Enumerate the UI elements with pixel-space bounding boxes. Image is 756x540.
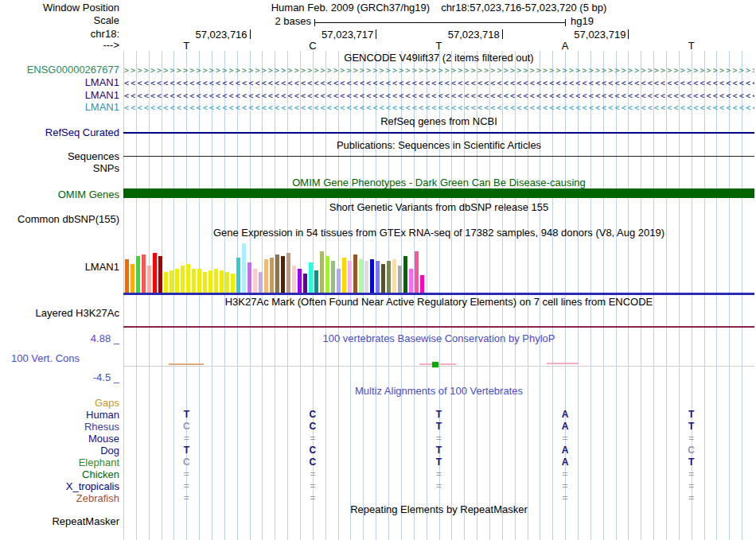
species-label[interactable]: Human xyxy=(0,410,119,420)
gtex-tissue-bar[interactable] xyxy=(225,272,229,293)
gtex-tissue-bar[interactable] xyxy=(142,254,146,293)
sequences-label[interactable]: Sequences xyxy=(0,151,119,161)
gtex-tissue-bar[interactable] xyxy=(381,264,385,293)
gtex-tissue-bar[interactable] xyxy=(164,272,168,293)
strand-direction-label: ---> xyxy=(0,40,119,50)
omim-title: OMIM Gene Phenotypes - Dark Green Can Be… xyxy=(123,177,754,188)
gene-label[interactable]: LMAN1 xyxy=(0,102,119,112)
gtex-tissue-bar[interactable] xyxy=(281,256,285,293)
gene-label[interactable]: LMAN1 xyxy=(0,77,119,87)
alignment-base: = xyxy=(688,481,694,491)
sequences-item-line[interactable] xyxy=(123,156,754,157)
gene-label[interactable]: LMAN1 xyxy=(0,90,119,100)
gtex-tissue-bar[interactable] xyxy=(197,269,201,293)
gtex-tissue-bar[interactable] xyxy=(348,261,352,293)
alignment-base: = xyxy=(310,493,315,503)
gtex-tissue-bar[interactable] xyxy=(403,256,407,293)
gtex-tissue-bar[interactable] xyxy=(286,253,290,293)
repeatmasker-label[interactable]: RepeatMasker xyxy=(0,516,119,526)
h3k27ac-signal-line[interactable] xyxy=(123,326,754,328)
gtex-tissue-bar[interactable] xyxy=(320,251,324,293)
gtex-tissue-bar[interactable] xyxy=(398,266,402,293)
gtex-tissue-bar[interactable] xyxy=(420,275,424,293)
gtex-tissue-bar[interactable] xyxy=(259,272,263,293)
omim-gene-bar[interactable] xyxy=(123,188,754,198)
gtex-tissue-bar[interactable] xyxy=(247,262,251,293)
gene-label[interactable]: ENSG00000267677 xyxy=(0,64,119,75)
snps-label[interactable]: SNPs xyxy=(0,163,119,173)
gtex-tissue-bar[interactable] xyxy=(131,264,134,293)
gtex-tissue-bar[interactable] xyxy=(353,254,357,293)
gene-strand-arrows[interactable]: >>>>>>>>>>>>>>>>>>>>>>>>>>>>>>>>>>>>>>>>… xyxy=(124,64,754,76)
gtex-tissue-bar[interactable] xyxy=(292,266,296,293)
species-label[interactable]: Mouse xyxy=(0,433,119,444)
species-label[interactable]: Rhesus xyxy=(0,422,119,432)
gtex-tissue-bar[interactable] xyxy=(192,269,196,293)
alignment-base: T xyxy=(184,410,189,420)
gtex-tissue-bar[interactable] xyxy=(392,259,396,293)
gtex-tissue-bar[interactable] xyxy=(125,259,129,293)
gtex-tissue-bar[interactable] xyxy=(309,262,313,293)
gtex-gene-label[interactable]: LMAN1 xyxy=(0,262,119,272)
gtex-tissue-bar[interactable] xyxy=(387,261,391,293)
conservation-track-label[interactable]: 100 Vert. Cons xyxy=(11,352,80,364)
alignment-base: = xyxy=(688,469,694,480)
gtex-tissue-bar[interactable] xyxy=(231,274,235,293)
gtex-tissue-bar[interactable] xyxy=(136,256,140,293)
species-label[interactable]: Gaps xyxy=(0,398,119,408)
gtex-tissue-bar[interactable] xyxy=(298,269,302,293)
gtex-tissue-bar[interactable] xyxy=(270,258,274,293)
gtex-tissue-bar[interactable] xyxy=(264,259,268,293)
species-label[interactable]: Dog xyxy=(0,445,119,456)
gene-strand-arrows[interactable]: <<<<<<<<<<<<<<<<<<<<<<<<<<<<<<<<<<<<<<<<… xyxy=(124,77,754,89)
gtex-tissue-bar[interactable] xyxy=(253,269,257,293)
gtex-tissue-bar[interactable] xyxy=(409,269,413,293)
gtex-tissue-bar[interactable] xyxy=(236,258,240,293)
window-position-label: Window Position xyxy=(0,2,119,13)
gtex-tissue-bar[interactable] xyxy=(359,259,363,293)
gtex-tissue-bar[interactable] xyxy=(331,261,335,293)
alignment-base: = xyxy=(184,493,189,503)
gtex-tissue-bar[interactable] xyxy=(181,266,185,293)
refseq-curated-label[interactable]: RefSeq Curated xyxy=(0,127,119,138)
alignment-base: = xyxy=(436,481,442,491)
gtex-tissue-bar[interactable] xyxy=(186,264,190,293)
alignment-base: = xyxy=(436,433,442,444)
species-label[interactable]: Chicken xyxy=(0,469,119,480)
gtex-tissue-bar[interactable] xyxy=(147,266,151,293)
species-label[interactable]: X_tropicalis xyxy=(0,481,119,491)
gtex-tissue-bar[interactable] xyxy=(415,251,419,293)
gtex-tissue-bar[interactable] xyxy=(370,259,374,293)
gtex-tissue-bar[interactable] xyxy=(208,270,212,293)
alignment-base: C xyxy=(310,457,317,468)
gtex-tissue-bar[interactable] xyxy=(364,261,368,293)
gtex-tissue-bar[interactable] xyxy=(153,253,157,293)
gtex-tissue-bar[interactable] xyxy=(203,272,207,293)
ruler-ticks[interactable]: 57,023,71657,023,71757,023,71857,023,719 xyxy=(123,29,754,40)
gtex-tissue-bar[interactable] xyxy=(337,269,341,293)
refseq-gene-line[interactable] xyxy=(123,132,754,134)
gtex-tissue-bar[interactable] xyxy=(214,269,218,293)
h3k27ac-label[interactable]: Layered H3K27Ac xyxy=(0,308,119,318)
gtex-tissue-bar[interactable] xyxy=(158,256,162,293)
alignment-base: = xyxy=(436,469,442,480)
gene-strand-arrows[interactable]: <<<<<<<<<<<<<<<<<<<<<<<<<<<<<<<<<<<<<<<<… xyxy=(124,90,754,102)
gtex-tissue-bar[interactable] xyxy=(303,274,307,293)
gtex-tissue-bar[interactable] xyxy=(314,270,318,293)
gtex-tissue-bar[interactable] xyxy=(220,270,224,293)
gtex-tissue-bar[interactable] xyxy=(170,270,173,293)
species-label[interactable]: Zebrafish xyxy=(0,493,119,503)
gtex-tissue-bar[interactable] xyxy=(242,243,246,293)
gtex-tissue-bar[interactable] xyxy=(175,269,179,293)
gtex-tissue-bar[interactable] xyxy=(376,261,380,293)
gene-strand-arrows[interactable]: <<<<<<<<<<<<<<<<<<<<<<<<<<<<<<<<<<<<<<<<… xyxy=(124,102,754,114)
dbsnp-label[interactable]: Common dbSNP(155) xyxy=(0,214,119,224)
gtex-tissue-bar[interactable] xyxy=(325,256,329,293)
omim-genes-label[interactable]: OMIM Genes xyxy=(0,189,119,200)
species-label[interactable]: Elephant xyxy=(0,457,119,468)
h3k27ac-title: H3K27Ac Mark (Often Found Near Active Re… xyxy=(123,297,754,307)
gtex-tissue-bar[interactable] xyxy=(342,258,346,293)
gtex-bars xyxy=(125,242,424,293)
gtex-tissue-bar[interactable] xyxy=(275,254,279,293)
alignment-base: T xyxy=(688,410,694,420)
